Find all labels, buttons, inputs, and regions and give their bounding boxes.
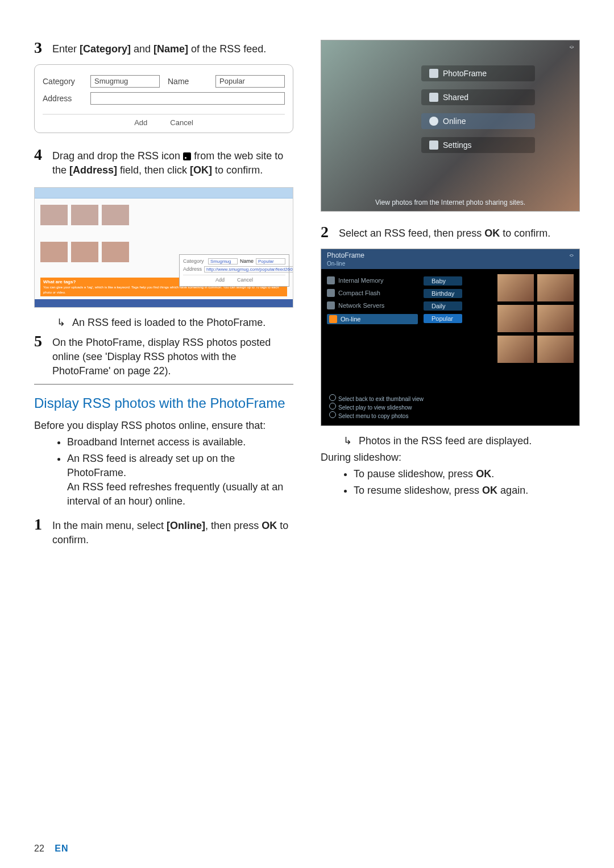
step-4: 4 Drag and drop the RSS icon from the we… [34,147,293,177]
photo-thumbnail[interactable] [497,305,534,332]
shared-icon [429,93,438,102]
result-arrow-icon: ↳ [57,316,65,330]
category-input[interactable]: Smugmug [90,75,160,88]
step-1: 1 In the main menu, select [Online], the… [34,516,293,547]
address-input[interactable] [90,92,285,105]
browse-title: PhotoFrame [327,251,364,259]
menu-item-settings[interactable]: Settings [421,137,535,153]
step-2: 2 Select an RSS feed, then press OK to c… [321,224,580,241]
menu-item-online[interactable]: Online [421,113,535,129]
section-title: Display RSS photos with the PhotoFrame [34,395,293,412]
step-number: 4 [34,147,42,177]
section-intro: Before you display RSS photos online, en… [34,420,293,432]
step-body: Select an RSS feed, then press OK to con… [339,224,550,241]
photo-thumbnail[interactable] [497,336,534,363]
step-2-result: ↳ Photos in the RSS feed are displayed. [343,434,580,448]
step-5: 5 On the PhotoFrame, display RSS photos … [34,333,293,379]
play-hint-icon [329,403,336,410]
photo-thumbnail[interactable] [497,274,534,301]
step-number: 3 [34,40,42,56]
cancel-button[interactable]: Cancel [170,118,193,127]
page-number: 22 [34,844,44,853]
source-online[interactable]: On-line [327,314,418,324]
photo-thumbnail[interactable] [537,305,574,332]
rss-icon [183,152,191,160]
mini-dialog: CategorySmugmugNamePopular Addresshttp:/… [179,254,289,287]
page-lang: EN [55,844,68,853]
source-network-servers[interactable]: Network Servers [327,301,418,309]
network-icon [327,301,335,309]
section-separator [34,384,293,385]
step-body: On the PhotoFrame, display RSS photos po… [52,333,293,379]
wifi-icon: ⌔ [570,44,574,52]
browse-hints: Select back to exit thumbnail view Selec… [329,394,424,420]
rss-dialog-figure: Category Smugmug Name Popular Address Ad… [34,64,293,133]
name-label: Name [168,77,210,86]
step-body: Enter [Category] and [Name] of the RSS f… [52,40,266,56]
menu-item-shared[interactable]: Shared [421,89,535,105]
browse-breadcrumb: On-line [327,261,574,267]
list-item: Broadband Internet access is available. [67,435,293,449]
feed-popular[interactable]: Popular [424,314,462,323]
category-label: Category [43,77,85,86]
source-compact-flash[interactable]: Compact Flash [327,289,418,297]
result-arrow-icon: ↳ [343,434,352,448]
name-input[interactable]: Popular [215,75,285,88]
menu-item-photoframe[interactable]: PhotoFrame [421,65,535,81]
step-number: 1 [34,516,42,547]
list-item: To resume slideshow, press OK again. [354,483,580,498]
memory-icon [327,276,335,284]
settings-icon [429,140,438,150]
feed-daily[interactable]: Daily [424,301,462,311]
photo-thumbnail[interactable] [537,274,574,301]
website-drag-figure: What are tags? You can give your uploads… [34,187,293,308]
source-internal-memory[interactable]: Internal Memory [327,276,418,284]
online-icon [429,117,438,126]
back-hint-icon [329,394,336,401]
step-number: 2 [321,224,329,241]
cf-icon [327,289,335,297]
photoframe-icon [429,69,438,78]
step-body: Drag and drop the RSS icon from the web … [52,147,293,177]
rss-icon [329,315,337,323]
feed-birthday[interactable]: Birthday [424,289,462,298]
step-number: 5 [34,333,42,379]
menu-hint-icon [329,411,336,418]
list-item: To pause slideshow, press OK. [354,467,580,481]
photo-thumbnail[interactable] [537,336,574,363]
address-label: Address [43,94,85,103]
wifi-icon: ⌔ [570,253,574,259]
rss-browse-figure: PhotoFrame On-line ⌔ Internal Memory Com… [321,249,580,426]
feed-baby[interactable]: Baby [424,276,462,286]
main-menu-figure: ⌔ PhotoFrame Shared Online Settings View… [321,40,580,212]
during-slideshow-heading: During slideshow: [321,452,580,464]
page-footer: 22 EN [34,844,293,854]
list-item: An RSS feed is already set up on the Pho… [67,452,293,509]
add-button[interactable]: Add [134,118,147,127]
menu-footnote: View photos from the Internet photo shar… [321,199,579,206]
prerequisite-list: Broadband Internet access is available. … [44,435,293,509]
slideshow-controls-list: To pause slideshow, press OK. To resume … [331,467,580,497]
step-body: In the main menu, select [Online], then … [52,516,293,547]
step-4-result: ↳ An RSS feed is loaded to the PhotoFram… [57,316,293,330]
step-3: 3 Enter [Category] and [Name] of the RSS… [34,40,293,56]
